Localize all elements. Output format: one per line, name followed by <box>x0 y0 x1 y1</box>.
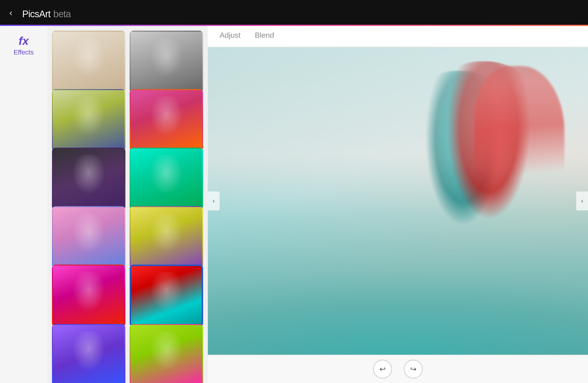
thumbnail-5[interactable] <box>130 148 203 210</box>
tab-adjust[interactable]: Adjust <box>220 31 241 42</box>
thumbnail-0[interactable] <box>52 31 126 93</box>
logo-name: PicsArt <box>22 9 51 19</box>
tabs-bar: Adjust Blend <box>208 26 588 47</box>
app-logo: PicsArtbeta <box>19 6 71 20</box>
thumbnail-4[interactable] <box>52 148 126 210</box>
redo-icon: ↪ <box>410 364 417 374</box>
thumbnail-9[interactable] <box>130 265 203 327</box>
thumbnails-panel <box>47 26 208 383</box>
redo-button[interactable]: ↪ <box>404 360 423 379</box>
right-panel: Adjust Blend ‹ <box>208 26 588 383</box>
thumbnail-6[interactable] <box>52 206 126 268</box>
thumbnail-3[interactable] <box>130 89 203 152</box>
thumbnail-11[interactable] <box>130 324 203 383</box>
thumbnail-1[interactable] <box>130 31 203 93</box>
flowers-front <box>208 216 588 355</box>
effects-label: Effects <box>13 49 34 56</box>
thumbnail-7[interactable] <box>130 206 203 268</box>
bottom-bar: ↩ ↪ <box>208 355 588 383</box>
collapse-right-button[interactable]: › <box>576 192 588 210</box>
app-header: ‹ PicsArtbeta <box>0 0 588 26</box>
main-layout: fx Effects Adjust Blend <box>0 26 588 383</box>
undo-icon: ↩ <box>379 364 386 374</box>
canvas-area: ‹ › <box>208 47 588 355</box>
undo-button[interactable]: ↩ <box>373 360 392 379</box>
logo-badge: beta <box>53 9 71 19</box>
back-button[interactable]: ‹ <box>9 9 12 17</box>
tab-blend[interactable]: Blend <box>255 31 274 42</box>
fx-icon: fx <box>19 35 29 47</box>
sidebar: fx Effects <box>0 26 47 383</box>
thumbnail-2[interactable] <box>52 89 126 152</box>
main-preview: ‹ › <box>208 47 588 355</box>
thumbnail-10[interactable] <box>52 324 126 383</box>
thumbnail-8[interactable] <box>52 265 126 327</box>
collapse-left-button[interactable]: ‹ <box>208 192 220 210</box>
